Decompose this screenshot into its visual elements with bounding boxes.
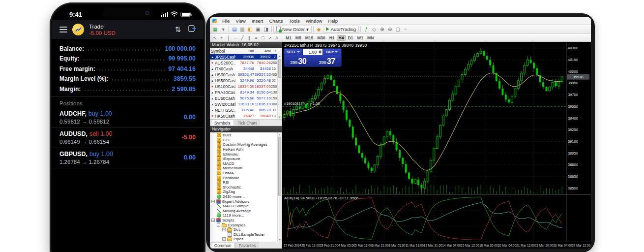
shapes-icon[interactable]: □ [260, 35, 266, 41]
nav-item-macd[interactable]: ƒMACD [210, 161, 282, 166]
trendline-icon[interactable]: ╱ [239, 35, 246, 41]
data-window-icon[interactable]: ▥ [238, 26, 246, 32]
scroll-up-icon[interactable]: ▲ [278, 54, 282, 58]
nav-item-heiken-ashi[interactable]: ƒHeiken Ashi [210, 147, 282, 152]
channel-icon[interactable]: ∥ [246, 35, 253, 41]
order-history-icon[interactable] [188, 24, 197, 35]
position-row[interactable]: AUDCHF,buy 1.000.59812 → 0.598120.00 [52, 108, 204, 128]
tab-favorites[interactable]: Favorites [235, 242, 259, 248]
nav-item-parabolic[interactable]: ƒParabolic [210, 175, 282, 180]
nav-item-bulls[interactable]: ƒBulls [210, 133, 282, 138]
new-order-button[interactable]: New Order▾ [273, 26, 312, 33]
nav-item-scripts[interactable]: −Scripts [210, 218, 282, 223]
timeframe-m5[interactable]: M5 [293, 35, 303, 41]
expand-icon[interactable]: + [222, 237, 226, 241]
lot-spinner[interactable] [318, 49, 322, 55]
chart-shift-icon[interactable]: ▫ [402, 26, 410, 32]
collapse-icon[interactable]: − [211, 219, 215, 222]
nav-item-dllsampletester[interactable]: DLLSampleTester [210, 232, 282, 237]
position-row[interactable]: AUDUSD,sell 1.000.66149 → 0.66154-5.00 [52, 128, 204, 148]
timeframe-m1[interactable]: M1 [284, 35, 293, 41]
chart-area[interactable]: 4030040150400003985039700395503940039250… [282, 42, 591, 249]
menu-icon[interactable] [59, 27, 67, 32]
collapse-icon[interactable]: − [217, 223, 220, 227]
arrows-icon[interactable]: ↗ [266, 35, 273, 41]
tab-common[interactable]: Common [211, 242, 234, 248]
market-watch-scrollbar[interactable]: ▲▼ [277, 54, 282, 119]
cursor-icon[interactable]: ↖ [211, 35, 218, 41]
objects-icon[interactable]: ◇ [370, 26, 378, 32]
nav-item-pipes[interactable]: +Pipes [210, 237, 282, 242]
market-watch-row[interactable]: ▼AUS200C...7837.767840.26250 [210, 60, 282, 66]
nav-item-stochastic[interactable]: ƒStochastic [210, 185, 282, 190]
terminal-icon[interactable]: ▣ [254, 26, 262, 32]
market-watch-row[interactable]: ▲FRA40Cash8149.348150.64130 [210, 90, 282, 95]
timeframe-mn[interactable]: MN [365, 35, 376, 41]
metaeditor-icon[interactable]: ◆ [315, 26, 323, 32]
market-watch-row[interactable]: ▼US100Cash18334.5018337.00250 [210, 84, 282, 90]
nav-item-macd-sample[interactable]: MACD Sample [210, 204, 282, 209]
market-watch-row[interactable]: ▲NETH25C...885.40885.7030 [210, 107, 282, 113]
tab-tick-chart[interactable]: Tick Chart [234, 120, 260, 126]
scroll-down-icon[interactable]: ▼ [278, 238, 282, 242]
timeframe-h4[interactable]: H4 [337, 35, 346, 41]
nav-item-rsi[interactable]: ƒRSI [210, 180, 282, 185]
menu-help[interactable]: Help [325, 18, 341, 24]
market-watch-row[interactable]: ▲US500Cash5249.965250.4852 [210, 78, 282, 84]
scroll-thumb[interactable] [278, 137, 281, 196]
sort-icon[interactable]: ⇅ [175, 25, 181, 34]
strategy-tester-icon[interactable]: ◨ [262, 26, 270, 32]
buy-button[interactable]: BUY [323, 49, 341, 55]
menu-charts[interactable]: Charts [266, 18, 286, 24]
market-watch-row[interactable]: ▲IT40Cash344483445810 [210, 66, 282, 72]
nav-item-zigzag[interactable]: ƒZigZag [210, 189, 282, 194]
scroll-down-icon[interactable]: ▼ [278, 115, 282, 119]
scroll-thumb[interactable] [278, 59, 281, 78]
nav-item-examples[interactable]: −Examples [210, 222, 282, 227]
market-watch-row[interactable]: ▲SWI20Cash11633.1011636.10300 [210, 101, 282, 107]
timeframe-h1[interactable]: H1 [327, 35, 337, 41]
text-icon[interactable]: A [273, 35, 280, 41]
position-row[interactable]: GBPUSD,buy 1.001.26784 → 1.267840.00 [52, 148, 204, 168]
sell-button[interactable]: SELL [284, 49, 302, 55]
timeframe-d1[interactable]: D1 [346, 35, 355, 41]
nav-item-osma[interactable]: ƒOsMA [210, 171, 282, 176]
zoom-out-icon[interactable]: ⊖ [386, 26, 394, 32]
nav-item-cci[interactable]: ƒCCI [210, 138, 282, 143]
market-watch-row[interactable]: ▲JP225Cash39930399377 [210, 54, 282, 60]
lot-size-input[interactable]: 1.00 [302, 49, 323, 55]
market-watch-row[interactable]: ▼HK50Cash168271684013 [210, 113, 282, 119]
market-watch-row[interactable]: ▲EU50Cash5075.605077.10150 [210, 95, 282, 101]
sell-price[interactable]: 399 30 [284, 55, 313, 66]
profiles-icon[interactable]: ▾ [219, 26, 227, 32]
crosshair-icon[interactable]: + [218, 35, 225, 41]
nav-item-dll[interactable]: −DLL [210, 227, 282, 232]
buy-price[interactable]: 399 37 [313, 55, 342, 66]
collapse-icon[interactable]: − [211, 200, 215, 203]
new-chart-icon[interactable]: ▦ [211, 26, 219, 32]
menu-file[interactable]: File [219, 18, 233, 24]
scroll-up-icon[interactable]: ▲ [278, 132, 282, 136]
zoom-in-icon[interactable]: ⊕ [378, 26, 386, 32]
nav-item-moving-average[interactable]: Moving Average [210, 209, 282, 214]
tile-windows-icon[interactable]: ▢ [394, 26, 402, 32]
timeframe-m15[interactable]: M15 [303, 35, 316, 41]
tab-symbols[interactable]: Symbols [211, 120, 234, 126]
menu-tools[interactable]: Tools [286, 18, 302, 24]
market-watch-icon[interactable]: ▤ [231, 26, 238, 32]
nav-item-ichimoku[interactable]: ƒIchimoku [210, 152, 282, 157]
nav-item-custom-moving-averages[interactable]: ƒCustom Moving Averages [210, 142, 282, 147]
nav-item-momentum[interactable]: ƒMomentum [210, 166, 282, 171]
vertical-line-icon[interactable]: │ [225, 35, 232, 41]
nav-item-1119-more[interactable]: 1119 more... [210, 213, 282, 218]
timeframe-m30[interactable]: M30 [315, 35, 327, 41]
menu-insert[interactable]: Insert [249, 18, 266, 24]
navigator-icon[interactable]: ◧ [246, 26, 254, 32]
main-chart[interactable]: 4030040150400003985039700395503940039250… [282, 42, 591, 194]
fibonacci-icon[interactable]: ≡ [253, 35, 260, 41]
adx-indicator-pane[interactable]: ADX(14) 24.5098 +DI:25.8176 -DI:11.9566 [282, 194, 591, 242]
collapse-icon[interactable]: − [222, 228, 226, 231]
autotrading-button[interactable]: AutoTrading [323, 26, 359, 33]
nav-item-2430-more[interactable]: 2430 more... [210, 194, 282, 199]
indicators-icon[interactable]: ƒ [362, 26, 370, 32]
